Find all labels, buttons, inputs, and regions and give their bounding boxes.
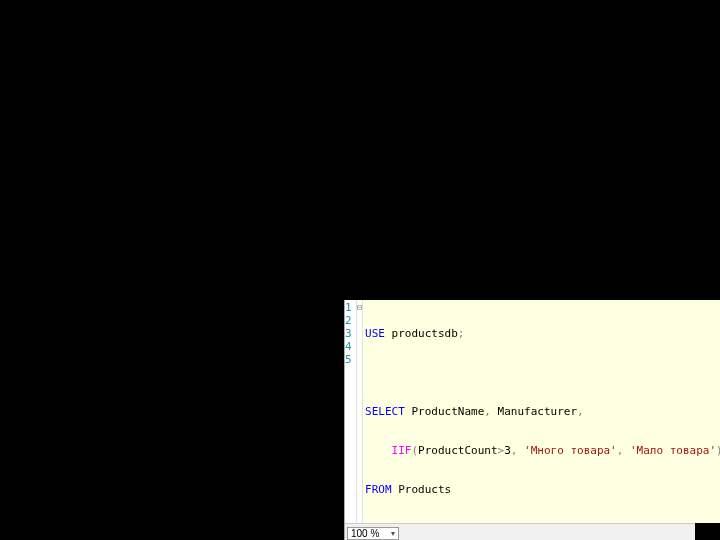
line-number: 1 [345, 301, 352, 314]
keyword-from: FROM [365, 483, 392, 496]
punct: , [484, 405, 491, 418]
keyword-select: SELECT [365, 405, 405, 418]
keyword-use: USE [365, 327, 385, 340]
line-number: 2 [345, 314, 352, 327]
punct: ; [458, 327, 465, 340]
identifier: ProductName [411, 405, 484, 418]
editor-status-bar: 100 % ▾ [345, 523, 695, 540]
punct: , [511, 444, 518, 457]
chevron-down-icon: ▾ [391, 529, 395, 538]
ssms-query-window: 1 2 3 4 5 ⊟ USE productsdb; SELECT Produ… [344, 300, 695, 540]
number-literal: 3 [504, 444, 511, 457]
code-line: USE productsdb; [365, 327, 720, 340]
zoom-select[interactable]: 100 % ▾ [347, 527, 399, 540]
line-number: 5 [345, 353, 352, 366]
string-literal: 'Много товара' [524, 444, 617, 457]
zoom-value: 100 % [351, 528, 379, 539]
code-line: SELECT ProductName, Manufacturer, [365, 405, 720, 418]
punct: ) [716, 444, 720, 457]
code-area[interactable]: USE productsdb; SELECT ProductName, Manu… [363, 300, 720, 523]
code-line: IIF(ProductCount>3, 'Много товара', 'Мал… [365, 444, 720, 457]
line-number-gutter: 1 2 3 4 5 [345, 300, 357, 523]
punct: , [617, 444, 624, 457]
identifier: ProductCount [418, 444, 497, 457]
sql-editor[interactable]: 1 2 3 4 5 ⊟ USE productsdb; SELECT Produ… [345, 300, 695, 523]
line-number: 3 [345, 327, 352, 340]
punct: , [577, 405, 584, 418]
string-literal: 'Мало товара' [630, 444, 716, 457]
line-number: 4 [345, 340, 352, 353]
identifier: productsdb [392, 327, 458, 340]
fold-toggle-icon[interactable]: ⊟ [357, 301, 362, 314]
code-line [365, 366, 720, 379]
code-line: FROM Products [365, 483, 720, 496]
identifier: Products [398, 483, 451, 496]
function-iif: IIF [392, 444, 412, 457]
identifier: Manufacturer [498, 405, 577, 418]
